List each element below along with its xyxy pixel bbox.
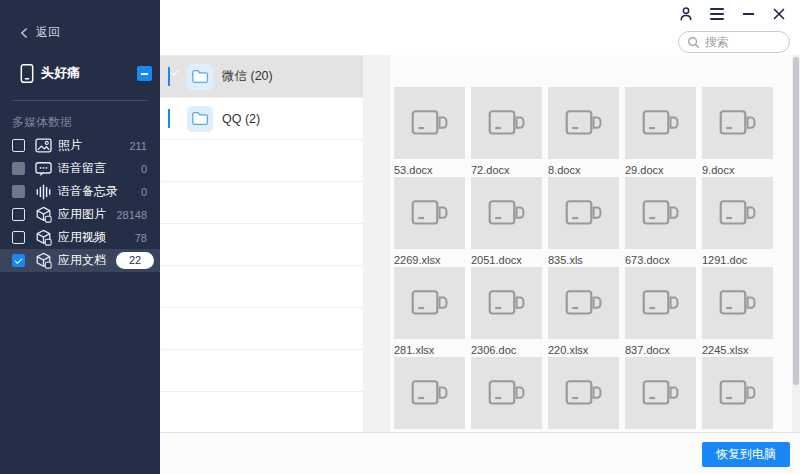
file-thumbnail[interactable] [394,267,465,339]
user-icon[interactable] [677,5,695,23]
back-button[interactable]: 返回 [20,24,60,41]
file-item: 29.docx [625,87,696,177]
titlebar [160,0,800,28]
file-thumbnail[interactable] [548,87,619,159]
folder-row[interactable]: QQ (2) [160,98,363,140]
video-camera-icon [487,107,527,140]
item-checkbox[interactable] [12,139,25,152]
file-thumbnail[interactable] [471,357,542,429]
sidebar-item[interactable]: 照片 211 [0,134,160,157]
file-thumbnail[interactable] [394,357,465,429]
sidebar-item[interactable]: 语音备忘录 0 [0,180,160,203]
file-name: 835.xls [548,254,619,266]
video-camera-icon [718,377,758,410]
file-thumbnail[interactable] [471,267,542,339]
sidebar-item[interactable]: 应用文档 22 [0,249,160,272]
file-thumbnail[interactable] [625,87,696,159]
file-item: 8.docx [548,87,619,177]
voice-message-icon [35,161,52,177]
file-thumbnail[interactable] [548,267,619,339]
sidebar-item-list: 照片 211 语音留言 0 语音备忘录 0 应 [0,134,160,272]
minimize-icon[interactable] [739,5,757,23]
folder-row[interactable]: 微信 (20) [160,56,363,98]
file-item: 53.docx [394,87,465,177]
column-gutter [363,55,390,433]
sidebar: 返回 头好痛 多媒体数据 照片 211 语音留言 0 [0,0,160,474]
folder-row-empty [160,140,363,182]
device-select-all-checkbox[interactable] [137,66,152,81]
folder-row-empty [160,182,363,224]
video-camera-icon [564,197,604,230]
sidebar-item-label: 应用文档 [58,252,116,269]
scrollbar-thumb[interactable] [793,57,799,385]
file-name: 1291.doc [702,254,773,266]
video-camera-icon [718,107,758,140]
file-thumbnail[interactable] [625,267,696,339]
phone-icon [20,63,34,84]
folder-icon [187,106,213,132]
file-thumbnail[interactable] [548,357,619,429]
sidebar-divider [12,100,148,101]
sidebar-item[interactable]: 语音留言 0 [0,157,160,180]
file-item: 72.docx [471,87,542,177]
item-checkbox[interactable] [12,254,25,267]
folder-row-empty [160,308,363,350]
video-camera-icon [641,287,681,320]
file-thumbnail[interactable] [702,177,773,249]
item-checkbox[interactable] [12,162,25,175]
file-thumbnail[interactable] [471,87,542,159]
video-camera-icon [487,287,527,320]
file-name: 837.docx [625,344,696,356]
video-camera-icon [410,197,450,230]
file-thumbnail[interactable] [625,177,696,249]
video-camera-icon [564,107,604,140]
file-thumbnail[interactable] [394,177,465,249]
sidebar-item[interactable]: 应用视频 78 [0,226,160,249]
file-name: 53.docx [394,164,465,176]
file-item: 1291.doc [702,177,773,267]
sidebar-item-label: 照片 [58,137,129,154]
recover-to-pc-button[interactable]: 恢复到电脑 [702,442,790,467]
chevron-left-icon [20,27,28,39]
video-camera-icon [718,287,758,320]
item-checkbox[interactable] [12,231,25,244]
voice-memo-icon [35,184,52,200]
file-thumbnail[interactable] [394,87,465,159]
search-input[interactable]: 搜索 [678,31,790,53]
file-item: 220.xlsx [548,267,619,357]
file-name: 2245.xlsx [702,344,773,356]
file-thumbnail[interactable] [702,267,773,339]
video-camera-icon [641,107,681,140]
file-grid-area: 53.docx 72.docx 8.docx 29.docx 9.docx 22… [390,55,792,433]
file-item: 2269.xlsx [394,177,465,267]
file-item: 281.xlsx [394,267,465,357]
item-count: 0 [141,186,147,198]
file-item [625,357,696,433]
close-icon[interactable] [770,5,788,23]
item-checkbox[interactable] [12,185,25,198]
sidebar-item[interactable]: 应用图片 28148 [0,203,160,226]
menu-icon[interactable] [708,5,726,23]
file-name: 2051.docx [471,254,542,266]
video-camera-icon [487,377,527,410]
item-checkbox[interactable] [12,208,25,221]
file-thumbnail[interactable] [548,177,619,249]
file-name: 72.docx [471,164,542,176]
file-thumbnail[interactable] [471,177,542,249]
folder-row-empty [160,392,363,434]
file-thumbnail[interactable] [702,357,773,429]
section-label: 多媒体数据 [12,114,72,131]
folder-row-empty [160,266,363,308]
item-count: 78 [135,232,147,244]
item-count: 28148 [116,209,147,221]
file-item [548,357,619,433]
file-name: 2306.doc [471,344,542,356]
file-thumbnail[interactable] [702,87,773,159]
search-icon [687,36,700,49]
folder-checkbox[interactable] [168,109,170,128]
scrollbar-track[interactable] [792,55,800,433]
file-thumbnail[interactable] [625,357,696,429]
sidebar-item-label: 语音备忘录 [58,183,141,200]
folder-checkbox[interactable] [168,67,170,86]
file-item [702,357,773,433]
